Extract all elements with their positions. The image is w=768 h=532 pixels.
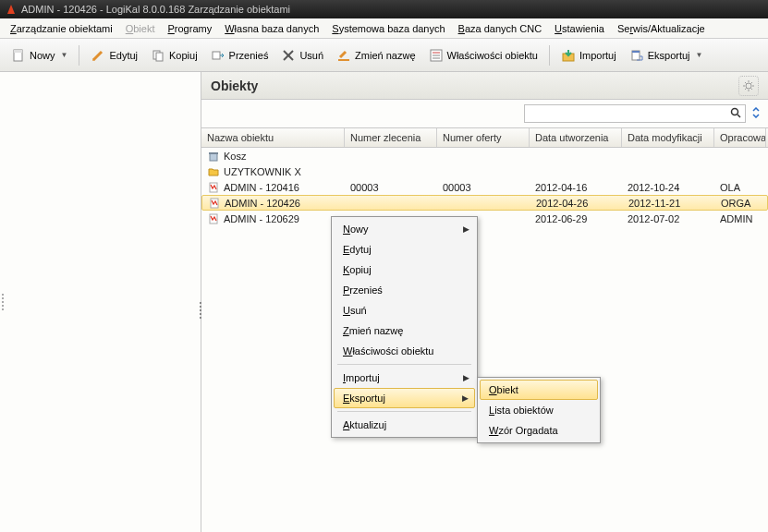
edit-label: Edytuj — [109, 50, 138, 61]
move-button[interactable]: Przenieś — [205, 45, 274, 66]
table-body: KoszUZYTKOWNIK XADMIN - 1204160000300003… — [201, 148, 768, 532]
svg-line-25 — [751, 88, 753, 90]
ctx-właściwości-obiektu[interactable]: Właściwości obiektu — [334, 341, 475, 361]
copy-label: Kopiuj — [169, 50, 198, 61]
cell-author: ORGA — [715, 198, 767, 209]
search-icon[interactable] — [730, 107, 741, 121]
ctx-aktualizuj[interactable]: Aktualizuj — [334, 415, 475, 435]
cell-offer: 00003 — [437, 182, 530, 193]
cell-name: Kosz — [201, 150, 345, 163]
svg-rect-2 — [14, 50, 22, 53]
project-icon — [207, 181, 220, 194]
cell-name: ADMIN - 120629 — [201, 212, 345, 225]
ctx-przenieś[interactable]: Przenieś — [334, 280, 475, 300]
svg-line-26 — [751, 82, 753, 84]
col-author[interactable]: Opracowa — [714, 128, 766, 147]
import-icon — [561, 48, 576, 63]
objects-panel: Obiekty Nazwa obiektu Numer zlecenia Num… — [201, 72, 768, 532]
ctx-eksportuj[interactable]: Eksportuj▶ — [334, 388, 475, 408]
cell-created: 2012-04-26 — [530, 198, 623, 209]
import-button[interactable]: Importuj — [555, 45, 622, 66]
delete-icon — [281, 48, 296, 63]
table-row[interactable]: UZYTKOWNIK X — [201, 163, 768, 179]
col-name[interactable]: Nazwa obiektu — [201, 128, 345, 147]
gear-icon[interactable] — [738, 76, 759, 96]
svg-rect-7 — [213, 52, 220, 59]
expand-icon[interactable] — [751, 107, 761, 120]
window-title: ADMIN - 120426 - LogiKal 8.0.0.168 Zarzą… — [21, 4, 290, 15]
row-name-text: ADMIN - 120426 — [225, 198, 300, 209]
new-button[interactable]: Nowy ▼ — [6, 45, 73, 66]
folder-icon — [207, 165, 220, 178]
sub-wzór-orgadata[interactable]: Wzór Orgadata — [480, 420, 598, 441]
menu-w-asna-baza-danych[interactable]: Własna baza danych — [218, 21, 325, 36]
delete-button[interactable]: Usuń — [275, 45, 329, 66]
row-name-text: UZYTKOWNIK X — [224, 166, 301, 177]
context-menu-separator — [337, 411, 471, 412]
search-box — [524, 104, 746, 123]
panel-title: Obiekty — [211, 79, 258, 93]
svg-point-28 — [732, 108, 738, 115]
menu-ustawienia[interactable]: Ustawienia — [548, 21, 611, 36]
import-label: Importuj — [579, 50, 616, 61]
menu-baza-danych-cnc[interactable]: Baza danych CNC — [452, 21, 549, 36]
sub-obiekt[interactable]: Obiekt — [480, 380, 598, 400]
ctx-zmień-nazwę[interactable]: Zmień nazwę — [334, 320, 475, 341]
export-icon — [629, 48, 644, 63]
menubar: Zarządzanie obiektamiObiektProgramyWłasn… — [0, 18, 768, 39]
new-label: Nowy — [30, 50, 55, 61]
ctx-edytuj[interactable]: Edytuj — [334, 239, 475, 260]
col-offer[interactable]: Numer oferty — [437, 128, 530, 147]
cell-modified: 2012-07-02 — [622, 213, 714, 224]
ctx-kopiuj[interactable]: Kopiuj — [334, 260, 475, 280]
table-row[interactable]: ADMIN - 1206292012-06-292012-07-02ADMIN — [201, 211, 768, 226]
panel-grip[interactable] — [0, 72, 6, 532]
new-icon — [11, 48, 26, 63]
export-button[interactable]: Eksportuj ▼ — [624, 45, 709, 66]
svg-point-19 — [746, 83, 751, 89]
toolbar-separator — [79, 45, 79, 66]
rename-button[interactable]: Zmień nazwę — [331, 45, 421, 66]
row-name-text: ADMIN - 120629 — [224, 213, 299, 224]
edit-button[interactable]: Edytuj — [85, 45, 143, 66]
delete-label: Usuń — [299, 50, 323, 61]
ctx-importuj[interactable]: Importuj▶ — [334, 368, 475, 388]
app-icon — [6, 4, 17, 15]
context-menu: Nowy▶EdytujKopiujPrzenieśUsuńZmień nazwę… — [331, 216, 478, 438]
sub-lista-obiektów[interactable]: Lista obiektów — [480, 400, 598, 420]
cell-author: OLA — [714, 182, 766, 193]
rename-label: Zmień nazwę — [355, 50, 415, 61]
table-row[interactable]: ADMIN - 1204262012-04-262012-11-21ORGA — [201, 195, 768, 211]
properties-button[interactable]: Właściwości obiektu — [423, 45, 543, 66]
svg-line-27 — [745, 88, 747, 90]
svg-line-3 — [93, 52, 102, 60]
col-order[interactable]: Numer zlecenia — [345, 128, 437, 147]
menu-obiekt: Obiekt — [119, 21, 162, 36]
ctx-usuń[interactable]: Usuń — [334, 300, 475, 320]
project-icon — [207, 212, 220, 225]
cell-author: ADMIN — [714, 213, 766, 224]
col-created[interactable]: Data utworzenia — [530, 128, 622, 147]
project-icon — [208, 197, 221, 210]
window-titlebar: ADMIN - 120426 - LogiKal 8.0.0.168 Zarzą… — [0, 0, 768, 18]
col-modified[interactable]: Data modyfikacji — [622, 128, 714, 147]
table-row[interactable]: ADMIN - 12041600003000032012-04-162012-1… — [201, 179, 768, 195]
menu-programy[interactable]: Programy — [162, 21, 219, 36]
copy-icon — [151, 48, 165, 63]
table-row[interactable]: Kosz — [201, 148, 768, 163]
cell-name: UZYTKOWNIK X — [201, 165, 345, 178]
row-name-text: ADMIN - 120416 — [224, 182, 299, 193]
menu-systemowa-baza-danych[interactable]: Systemowa baza danych — [325, 21, 451, 36]
context-menu-separator — [337, 364, 471, 365]
copy-button[interactable]: Kopiuj — [145, 45, 203, 66]
dropdown-arrow-icon: ▼ — [696, 51, 703, 59]
ctx-nowy[interactable]: Nowy▶ — [334, 219, 475, 239]
menu-zarz-dzanie-obiektami[interactable]: Zarządzanie obiektami — [4, 21, 119, 36]
cell-name: ADMIN - 120426 — [202, 197, 346, 210]
properties-label: Właściwości obiektu — [447, 50, 538, 61]
dropdown-arrow-icon: ▼ — [61, 51, 68, 59]
search-input[interactable] — [529, 107, 730, 120]
toolbar: Nowy ▼ Edytuj Kopiuj Przenieś Usuń Zmień… — [0, 39, 768, 72]
svg-rect-30 — [210, 153, 217, 161]
menu-serwis-aktualizacje[interactable]: Serwis/Aktualizacje — [611, 21, 712, 36]
